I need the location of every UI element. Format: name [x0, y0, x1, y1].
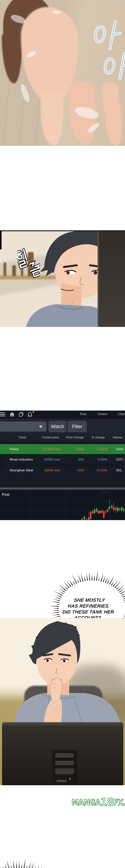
cell-price: 16000 won: [38, 465, 63, 475]
header-pct-change[interactable]: % change: [87, 434, 110, 441]
cell-price: 270500 won: [38, 444, 63, 454]
stock-app-screenshot: Total Orders Chart Watch Filter Ticker C…: [0, 410, 125, 520]
watch-button[interactable]: Watch: [49, 421, 66, 432]
cell-ticker: Deunghae Steel: [7, 465, 38, 475]
watermark-part: 18: [100, 798, 113, 807]
tab-orders[interactable]: Orders: [98, 412, 107, 416]
cell-volume: 261,: [110, 465, 125, 475]
sfx-glance-text: [18, 248, 40, 279]
header-ticker[interactable]: Ticker: [7, 434, 38, 441]
cell-volume: 1377,: [110, 455, 125, 465]
notification-dot: [32, 411, 34, 413]
desk-edge: [2, 784, 123, 785]
row-spacer: [0, 444, 7, 454]
header-price-change[interactable]: Price Change: [63, 434, 87, 441]
divider-bar: [0, 488, 125, 490]
monitor-vent: [55, 761, 74, 765]
cell-ticker: Mirae Industries: [7, 455, 38, 465]
speech-bubble-text: SHE MOSTLY HAS REFINERIES. DID THESE TAN…: [56, 597, 121, 621]
monitor-rear: [2, 722, 123, 785]
watermark-part: FX.COM: [113, 799, 125, 807]
watchlist-dropdown[interactable]: [0, 422, 46, 432]
site-watermark: MANGA18FX.COM: [71, 798, 125, 807]
webtoon-page: Total Orders Chart Watch Filter Ticker C…: [0, 0, 125, 868]
stock-app-toolbar: Watch Filter: [0, 419, 125, 434]
stock-app-topbar: Total Orders Chart: [0, 410, 125, 419]
cell-pct: -0.89%: [87, 455, 110, 465]
tab-chart[interactable]: Chart: [118, 412, 125, 416]
chevron-down-icon: [39, 426, 43, 428]
row-spacer: [0, 455, 7, 465]
monitor-side: [98, 231, 125, 327]
panel-desk-scene: [0, 618, 125, 785]
table-row-posco[interactable]: Posco 270500 won +3500 +1.31% 1444,: [0, 444, 125, 454]
table-row-mirae[interactable]: Mirae Industries 60950 won -550 -0.89% 1…: [0, 454, 125, 465]
cell-price: 60950 won: [38, 455, 63, 465]
character-arm: [101, 81, 124, 146]
filter-button[interactable]: Filter: [68, 421, 87, 432]
home-icon[interactable]: [9, 411, 15, 417]
cell-pct: +0.63%: [87, 465, 110, 475]
tab-total[interactable]: Total: [80, 412, 87, 416]
watermark-part: MANGA: [71, 799, 100, 807]
panel-spacer: [0, 476, 125, 488]
copy-icon[interactable]: [18, 411, 24, 417]
cell-change: -550: [63, 455, 87, 465]
header-volume[interactable]: Volume: [110, 434, 125, 441]
monitor-ports: [57, 780, 66, 782]
menu-icon[interactable]: [0, 412, 5, 417]
panel-glance-scene: [0, 230, 125, 327]
chart-canvas: [0, 491, 125, 520]
monitor-vent: [55, 753, 74, 757]
panel-shower-scene: [0, 0, 125, 146]
monitor-stand: [53, 750, 77, 785]
table-header: Ticker Current price Price Change % chan…: [0, 434, 125, 441]
cell-change: +100: [63, 465, 87, 475]
cell-pct: +1.31%: [87, 444, 110, 454]
sfx-moan-text: [94, 18, 125, 80]
candlestick-chart[interactable]: Post ......: [0, 491, 125, 520]
cell-ticker: Posco: [7, 444, 38, 454]
speech-bubble-partial: [0, 849, 54, 868]
cell-volume: 1444,: [110, 444, 125, 454]
monitor-vent: [55, 768, 74, 774]
power-led: [69, 778, 71, 780]
cell-change: +3500: [63, 444, 87, 454]
table-row-deunghae[interactable]: Deunghae Steel 16000 won +100 +0.63% 261…: [0, 465, 125, 475]
water-splash: [52, 10, 61, 14]
header-spacer: [0, 434, 7, 441]
header-current-price[interactable]: Current price: [38, 434, 63, 441]
row-spacer: [0, 465, 7, 475]
